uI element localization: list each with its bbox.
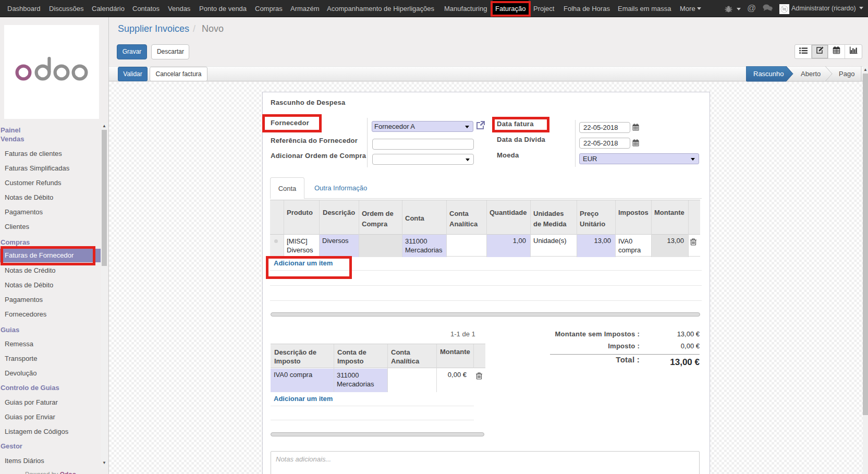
svg-text:Rascunho: Rascunho xyxy=(753,70,784,78)
svg-text:Aberto: Aberto xyxy=(801,70,821,78)
svg-text:Pago: Pago xyxy=(839,70,854,78)
